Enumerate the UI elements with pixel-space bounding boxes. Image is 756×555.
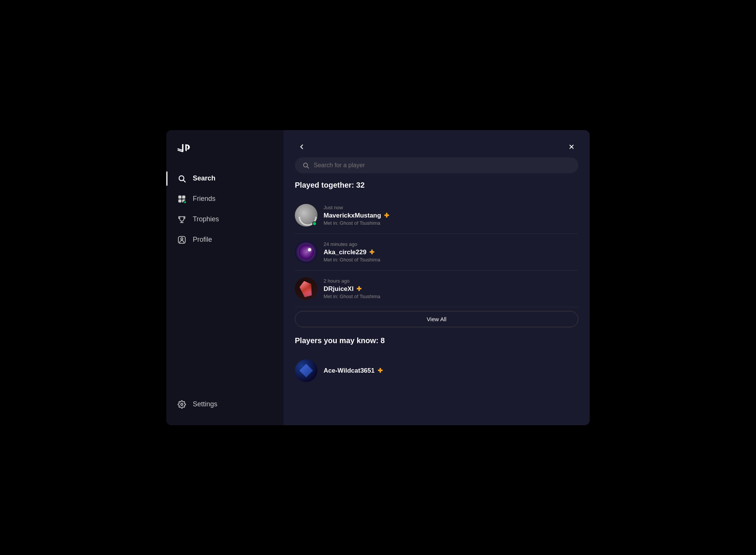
svg-rect-2 — [178, 195, 181, 198]
svg-point-0 — [179, 176, 184, 180]
svg-line-12 — [307, 166, 309, 168]
avatar-wrap — [295, 277, 318, 300]
svg-point-8 — [181, 403, 183, 406]
player-time: Just now — [324, 205, 578, 210]
online-indicator — [312, 221, 317, 226]
sidebar-item-search[interactable]: Search — [166, 168, 284, 189]
avatar — [295, 359, 318, 382]
svg-rect-4 — [178, 199, 181, 202]
player-name: Ace-Wildcat3651 ✚ — [324, 367, 578, 375]
avatar-wrap — [295, 359, 318, 382]
avatar-wrap — [295, 241, 318, 263]
friends-online-dot — [183, 201, 187, 204]
view-all-button[interactable]: View All — [295, 311, 578, 327]
search-bar[interactable] — [295, 157, 578, 173]
profile-icon — [177, 235, 187, 245]
player-item[interactable]: 2 hours ago DRjuiceXI ✚ Met in: Ghost of… — [295, 271, 578, 307]
sidebar-item-settings-label: Settings — [193, 400, 217, 408]
svg-point-11 — [304, 163, 308, 167]
sidebar: Search Friends Trophies — [166, 130, 284, 425]
ps-plus-icon: ✚ — [384, 212, 389, 219]
avatar — [295, 277, 318, 300]
ps-plus-icon: ✚ — [356, 285, 361, 292]
search-bar-icon — [302, 162, 309, 169]
back-button[interactable] — [295, 140, 308, 154]
player-item[interactable]: Ace-Wildcat3651 ✚ — [295, 353, 578, 389]
sidebar-item-trophies[interactable]: Trophies — [166, 209, 284, 230]
friends-icon — [177, 194, 187, 204]
svg-rect-3 — [182, 195, 185, 198]
main-content: Played together: 32 Just now MaverickxMu… — [284, 130, 590, 425]
sidebar-item-profile-label: Profile — [193, 236, 212, 244]
sidebar-item-search-label: Search — [193, 174, 215, 182]
ps-logo — [166, 141, 284, 168]
players-may-know-title: Players you may know: 8 — [295, 336, 578, 345]
player-time: 24 minutes ago — [324, 241, 578, 247]
sidebar-item-friends[interactable]: Friends — [166, 189, 284, 209]
search-input[interactable] — [314, 162, 571, 169]
player-name: DRjuiceXI ✚ — [324, 285, 578, 293]
player-info: 2 hours ago DRjuiceXI ✚ Met in: Ghost of… — [324, 278, 578, 299]
ps-plus-icon: ✚ — [378, 367, 383, 374]
ps-plus-icon: ✚ — [369, 249, 374, 256]
player-info: Just now MaverickxMustang ✚ Met in: Ghos… — [324, 205, 578, 226]
trophy-icon — [177, 215, 187, 224]
player-name: Aka_circle229 ✚ — [324, 249, 578, 256]
player-item[interactable]: 24 minutes ago Aka_circle229 ✚ Met in: G… — [295, 234, 578, 271]
player-time: 2 hours ago — [324, 278, 578, 284]
app-window: Search Friends Trophies — [166, 130, 590, 425]
played-together-title: Played together: 32 — [295, 181, 578, 190]
player-met: Met in: Ghost of Tsushima — [324, 220, 578, 226]
scroll-area[interactable]: Played together: 32 Just now MaverickxMu… — [284, 181, 590, 425]
close-button[interactable] — [565, 140, 578, 154]
player-info: Ace-Wildcat3651 ✚ — [324, 367, 578, 375]
gem-shape — [298, 279, 314, 298]
player-met: Met in: Ghost of Tsushima — [324, 294, 578, 299]
player-item[interactable]: Just now MaverickxMustang ✚ Met in: Ghos… — [295, 197, 578, 234]
svg-point-7 — [181, 238, 183, 240]
sidebar-item-profile[interactable]: Profile — [166, 230, 284, 250]
player-info: 24 minutes ago Aka_circle229 ✚ Met in: G… — [324, 241, 578, 263]
avatar-wrap — [295, 204, 318, 227]
sidebar-item-settings[interactable]: Settings — [166, 394, 284, 415]
search-icon — [177, 174, 187, 183]
sidebar-item-trophies-label: Trophies — [193, 215, 219, 223]
top-bar — [284, 130, 590, 157]
svg-line-1 — [184, 180, 186, 182]
sidebar-item-friends-label: Friends — [193, 195, 215, 203]
player-met: Met in: Ghost of Tsushima — [324, 257, 578, 263]
sidebar-spacer — [166, 250, 284, 394]
settings-icon — [177, 400, 187, 409]
search-bar-wrapper — [284, 157, 590, 181]
player-name: MaverickxMustang ✚ — [324, 212, 578, 219]
avatar — [295, 241, 318, 263]
